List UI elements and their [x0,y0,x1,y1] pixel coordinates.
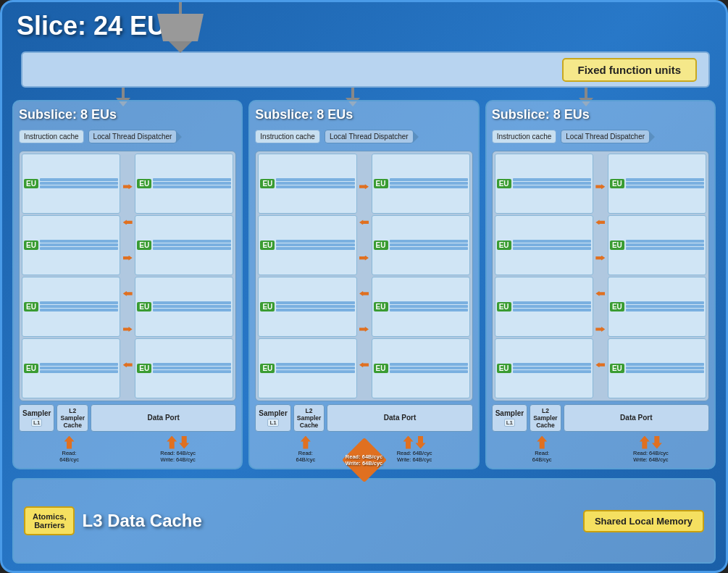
eu-row-1-5: EU [135,154,233,214]
subslice-1-title: Subslice: 8 EUs [19,107,236,122]
eu-label: EU [610,364,624,373]
eu-col-right-2: EU EU EU EU [372,154,470,398]
rw-arrows-right-1 [167,436,189,449]
subslice-1-header: Instruction cache Local Thread Dispatche… [19,130,236,143]
instruction-cache-2: Instruction cache [255,130,320,143]
instruction-cache-3: Instruction cache [492,130,557,143]
h-arrow-left [595,291,605,296]
read-label-1: Read:64B/cyc [59,450,79,464]
eu-regs [626,301,704,311]
ltd-3-label: Local Thread Dispatcher [566,133,645,141]
eu-area-2: EU EU EU EU EU EU EU EU [255,151,472,401]
fixed-function-label: Fixed function units [562,58,698,82]
funnel-arrow [169,41,192,53]
subslice-1: Subslice: 8 EUs Instruction cache Local … [12,100,243,469]
eu-regs [390,301,468,311]
eu-label: EU [24,364,38,373]
up-arrow-3 [537,436,547,449]
subslices-row: Subslice: 8 EUs Instruction cache Local … [12,100,716,469]
eu-row-3-4: EU [495,338,593,398]
eu-label: EU [137,302,151,311]
eu-arrows-center-1 [122,154,133,398]
eu-label: EU [24,179,38,188]
eu-col-left-3: EU EU EU EU [495,154,593,398]
up-arrow-2b [403,436,414,449]
top-input-arrow [151,2,209,53]
arrow-stem-top [179,2,182,14]
eu-row-2-4: EU [258,338,356,398]
subslice-2: Subslice: 8 EUs Instruction cache Local … [248,100,479,469]
subslice-3-header: Instruction cache Local Thread Dispatche… [492,130,709,143]
h-arrow-left [123,362,133,367]
eu-label: EU [24,302,38,311]
funnel-shape [151,14,209,41]
eu-row-1-1: EU [22,154,120,214]
h-arrow-left [359,219,369,225]
ltd-1: Local Thread Dispatcher [88,130,177,143]
eu-row-2-3: EU [258,277,356,337]
eu-regs [40,178,118,188]
eu-row-1-8: EU [135,338,233,398]
eu-regs [626,178,704,188]
h-arrow-right [123,327,133,332]
eu-col-left-2: EU EU EU EU [258,154,356,398]
eu-regs [513,301,591,311]
eu-label: EU [610,302,624,311]
rw-group-1-right: Read: 64B/cycWrite: 64B/cyc [160,436,196,464]
fixed-function-bar: Fixed function units [21,51,710,88]
data-port-label-3: Data Port [620,414,652,422]
sampler-2: Sampler L1 [255,404,290,432]
data-port-3: Data Port [564,404,709,432]
h-arrow-left [595,362,605,367]
eu-regs [513,363,591,373]
eu-label: EU [137,364,151,373]
eu-row-3-6: EU [608,215,706,275]
subslice-2-title: Subslice: 8 EUs [255,107,472,122]
eu-regs [390,240,468,250]
h-arrow-left [123,291,133,296]
instruction-cache-1: Instruction cache [19,130,84,143]
ltd-1-label: Local Thread Dispatcher [93,133,172,141]
eu-col-right-3: EU EU EU EU [608,154,706,398]
h-arrow-right [123,184,133,189]
eu-label: EU [497,241,511,250]
eu-regs [40,363,118,373]
rw-label-2: Read: 64B/cycWrite: 64B/cyc [397,450,432,464]
l2-sampler-cache-1: L2 Sampler Cache [57,404,88,432]
l2-sampler-cache-3: L2 Sampler Cache [530,404,561,432]
h-arrow-right [359,327,369,332]
l1-tag-1: L1 [31,419,42,427]
up-arrow-1b [167,436,177,449]
eu-label: EU [260,364,275,373]
atomics-label: Atomics,Barriers [33,512,66,530]
rw-group-2-left: Read:64B/cyc [296,436,316,464]
sampler-label-3: Sampler [495,409,524,417]
eu-label: EU [137,179,151,188]
h-arrow-right [595,256,605,261]
page-title: Slice: 24 EUs [11,11,717,41]
eu-regs [513,178,591,188]
eu-label: EU [374,302,388,311]
eu-label: EU [497,179,511,188]
eu-regs [40,240,118,250]
eu-label: EU [610,241,624,250]
diamond-rw-label: Read: 64B/cycWrite: 64B/cyc [346,453,383,467]
eu-regs [153,240,231,250]
l2-label-1: L2 Sampler Cache [60,407,85,429]
eu-regs [276,178,354,188]
eu-label: EU [260,241,275,250]
rw-arrows-right-3 [640,436,662,449]
eu-regs [153,301,231,311]
eu-label: EU [137,241,151,250]
sampler-3: Sampler L1 [492,404,527,432]
sampler-section-2: Sampler L1 L2 Sampler Cache Data Port [255,404,472,432]
eu-label: EU [497,302,511,311]
eu-label: EU [374,241,388,250]
l2-label-2: L2 Sampler Cache [297,407,322,429]
eu-row-1-2: EU [22,215,120,275]
read-label-3: Read:64B/cyc [532,450,552,464]
atomics-barriers-box: Atomics,Barriers [24,506,75,535]
eu-row-2-7: EU [372,277,470,337]
eu-regs [390,178,468,188]
eu-area-3: EU EU EU EU EU EU EU EU [492,151,709,401]
